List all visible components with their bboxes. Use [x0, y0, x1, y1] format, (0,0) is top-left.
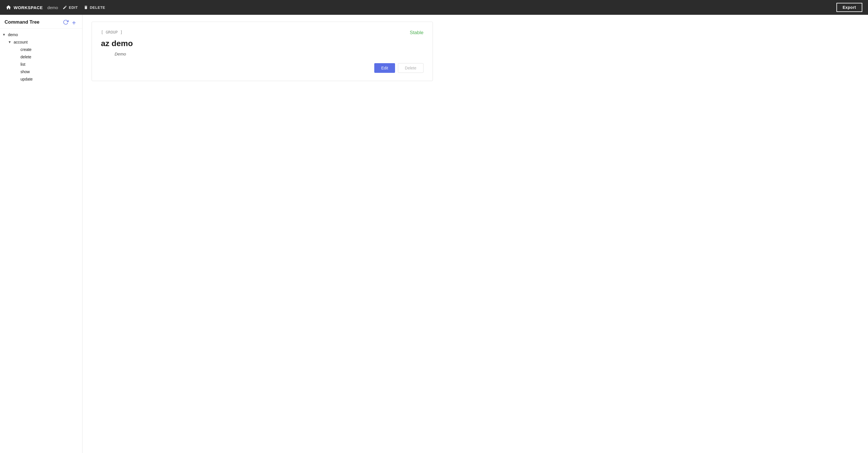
workspace-label: WORKSPACE	[14, 5, 43, 10]
navbar-right: Export	[836, 3, 862, 12]
detail-title: az demo	[101, 39, 424, 48]
export-button[interactable]: Export	[836, 3, 862, 12]
sidebar: Command Tree + ▼ demo ▼ account	[0, 15, 83, 453]
sidebar-header: Command Tree +	[0, 15, 82, 29]
navbar-left: WORKSPACE demo EDIT DELETE	[6, 5, 836, 10]
edit-label: EDIT	[69, 5, 78, 10]
tree-label-create: create	[21, 47, 32, 52]
tree-item-account[interactable]: ▼ account	[0, 38, 82, 46]
tree-label-update: update	[21, 77, 33, 81]
tree-label-delete: delete	[21, 55, 31, 59]
detail-status: Stable	[410, 30, 424, 36]
edit-button[interactable]: Edit	[374, 63, 395, 73]
edit-action[interactable]: EDIT	[63, 5, 78, 10]
navbar-actions: EDIT DELETE	[63, 5, 105, 10]
sidebar-title: Command Tree	[5, 19, 39, 25]
chevron-demo: ▼	[2, 33, 7, 37]
home-link[interactable]: WORKSPACE	[6, 5, 43, 10]
tree-label-list: list	[21, 62, 25, 67]
navbar: WORKSPACE demo EDIT DELETE Export	[0, 0, 868, 15]
tree-item-demo[interactable]: ▼ demo	[0, 31, 82, 38]
detail-actions: Edit Delete	[101, 63, 424, 73]
refresh-icon[interactable]	[63, 19, 68, 25]
navbar-demo: demo	[48, 5, 58, 10]
detail-description: Demo	[115, 52, 424, 56]
delete-label: DELETE	[90, 5, 105, 10]
tree-item-update[interactable]: update	[0, 76, 82, 83]
tree-label-show: show	[21, 69, 30, 74]
trash-icon	[84, 5, 88, 10]
tree-item-show[interactable]: show	[0, 68, 82, 76]
main-content: Command Tree + ▼ demo ▼ account	[0, 15, 868, 453]
tree-label-demo: demo	[8, 32, 18, 37]
home-icon	[6, 5, 11, 10]
detail-panel: [ GROUP ] Stable az demo Demo Edit Delet…	[83, 15, 868, 453]
delete-action[interactable]: DELETE	[84, 5, 105, 10]
tree-item-create[interactable]: create	[0, 46, 82, 53]
tree-item-delete[interactable]: delete	[0, 53, 82, 61]
add-icon[interactable]: +	[72, 19, 78, 25]
tree: ▼ demo ▼ account create delete list	[0, 29, 82, 85]
tree-item-list[interactable]: list	[0, 61, 82, 68]
sidebar-header-actions: +	[63, 19, 78, 25]
delete-button[interactable]: Delete	[398, 63, 424, 73]
detail-card: [ GROUP ] Stable az demo Demo Edit Delet…	[92, 22, 433, 81]
chevron-account: ▼	[8, 40, 12, 44]
pencil-icon	[63, 5, 67, 10]
detail-tag: [ GROUP ]	[101, 30, 424, 34]
tree-label-account: account	[14, 40, 28, 44]
